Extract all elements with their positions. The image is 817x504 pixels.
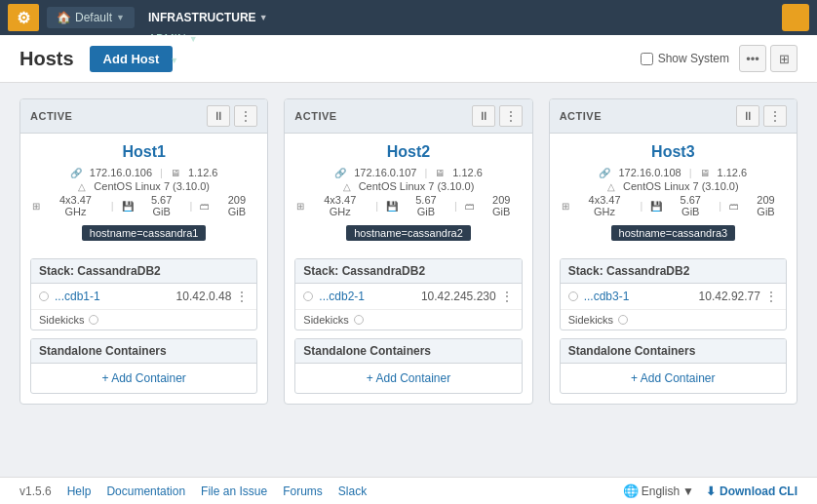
card-header-actions: ⏸ ⋮ — [472, 105, 523, 127]
sidekicks-label: Sidekicks — [39, 314, 84, 326]
host-os: CentOS Linux 7 (3.10.0) — [359, 180, 475, 192]
card-header: ACTIVE ⏸ ⋮ — [285, 99, 531, 134]
nav-home-button[interactable]: 🏠 Default ▼ — [47, 7, 135, 28]
nav-item-infrastructure[interactable]: INFRASTRUCTURE▼ — [138, 7, 278, 28]
language-label: English — [642, 485, 680, 498]
stack-item-ip: 10.42.245.230 — [421, 290, 496, 303]
memory-icon: 🗃 — [729, 201, 739, 212]
card-body: Host1 🔗 172.16.0.106 | 🖥 1.12.6 △ CentOS… — [20, 134, 267, 251]
download-cli-button[interactable]: ⬇ Download CLI — [706, 485, 798, 498]
disk-icon: 💾 — [386, 201, 398, 212]
nav-chevron-icon: ▼ — [170, 56, 178, 65]
footer: v1.5.6 Help Documentation File an Issue … — [0, 477, 817, 504]
host-meta: 🔗 172.16.0.107 | 🖥 1.12.6 △ CentOS Linux… — [296, 167, 520, 241]
add-container-button[interactable]: + Add Container — [31, 364, 256, 393]
host-version: 1.12.6 — [188, 167, 218, 178]
host-version: 1.12.6 — [718, 167, 748, 178]
hostname-badge: hostname=cassandra3 — [562, 219, 785, 241]
show-system-label[interactable]: Show System — [641, 52, 729, 65]
stack-item-name[interactable]: ...cdb2-1 — [319, 290, 421, 303]
main-content: ACTIVE ⏸ ⋮ Host1 🔗 172.16.0.106 | 🖥 1.12… — [0, 83, 817, 477]
memory-icon: 🗃 — [200, 201, 210, 212]
standalone-section: Standalone Containers + Add Container — [30, 338, 257, 394]
stack-item: ...cdb2-1 10.42.245.230 ⋮ — [295, 284, 521, 310]
home-icon: 🏠 — [57, 11, 71, 24]
nav-avatar[interactable] — [782, 4, 809, 31]
nav-logo: ⚙ — [8, 4, 39, 31]
documentation-link[interactable]: Documentation — [106, 485, 185, 498]
stack-item-name[interactable]: ...cdb3-1 — [584, 290, 699, 303]
slack-link[interactable]: Slack — [338, 485, 367, 498]
host-name[interactable]: Host2 — [296, 143, 520, 161]
meta-row-ip: 🔗 172.16.0.106 | 🖥 1.12.6 — [32, 167, 255, 178]
help-link[interactable]: Help — [67, 485, 92, 498]
add-container-button[interactable]: + Add Container — [561, 364, 786, 393]
sidekicks-row: Sidekicks — [295, 310, 521, 330]
os-icon: △ — [607, 181, 615, 192]
nav-item-catalog[interactable]: CATALOG▼ — [138, 0, 278, 7]
card-header: ACTIVE ⏸ ⋮ — [550, 99, 797, 134]
more-button[interactable]: ⋮ — [234, 105, 257, 127]
cpu-icon: ⊞ — [296, 201, 304, 212]
host-disk: 5.67 GiB — [670, 194, 711, 217]
stack-item-menu-button[interactable]: ⋮ — [235, 289, 249, 304]
host-ip: 172.16.0.106 — [90, 167, 152, 178]
stack-item-ip: 10.42.92.77 — [699, 290, 760, 303]
add-host-button[interactable]: Add Host — [90, 46, 174, 72]
file-issue-link[interactable]: File an Issue — [201, 485, 267, 498]
os-icon: △ — [78, 181, 86, 192]
link-icon: 🔗 — [599, 168, 610, 178]
stack-item-menu-button[interactable]: ⋮ — [764, 289, 778, 304]
version-icon: 🖥 — [700, 168, 710, 178]
sidekicks-label: Sidekicks — [568, 314, 613, 326]
status-badge: ACTIVE — [30, 110, 72, 122]
host-card-2: ACTIVE ⏸ ⋮ Host2 🔗 172.16.0.107 | 🖥 1.12… — [284, 98, 532, 405]
meta-row-specs: ⊞ 4x3.47 GHz | 💾 5.67 GiB | 🗃 209 GiB — [562, 194, 785, 217]
add-container-button[interactable]: + Add Container — [295, 364, 521, 393]
pause-button[interactable]: ⏸ — [736, 105, 759, 127]
top-nav: ⚙ 🏠 Default ▼ STACKS▼CATALOG▼INFRASTRUCT… — [0, 0, 817, 35]
stack-section: Stack: CassandraDB2 ...cdb3-1 10.42.92.7… — [560, 258, 787, 330]
host-name[interactable]: Host1 — [32, 143, 255, 161]
status-badge: ACTIVE — [560, 110, 602, 122]
pause-button[interactable]: ⏸ — [207, 105, 230, 127]
stack-item-menu-button[interactable]: ⋮ — [500, 289, 514, 304]
link-icon: 🔗 — [70, 168, 82, 178]
download-icon: ⬇ — [706, 485, 716, 498]
version-icon: 🖥 — [435, 168, 445, 178]
disk-icon: 💾 — [122, 201, 134, 212]
meta-row-os: △ CentOS Linux 7 (3.10.0) — [562, 180, 785, 192]
pause-button[interactable]: ⏸ — [472, 105, 495, 127]
stack-item-ip: 10.42.0.48 — [176, 290, 232, 303]
standalone-header: Standalone Containers — [31, 339, 256, 364]
meta-row-ip: 🔗 172.16.0.107 | 🖥 1.12.6 — [296, 167, 520, 178]
meta-row-specs: ⊞ 4x3.47 GHz | 💾 5.67 GiB | 🗃 209 GiB — [32, 194, 255, 217]
nav-label: INFRASTRUCTURE — [148, 11, 256, 24]
card-header: ACTIVE ⏸ ⋮ — [20, 99, 267, 134]
status-dot — [303, 291, 313, 301]
meta-row-ip: 🔗 172.16.0.108 | 🖥 1.12.6 — [562, 167, 785, 178]
footer-right: 🌐 English ▼ ⬇ Download CLI — [623, 484, 798, 498]
forums-link[interactable]: Forums — [283, 485, 323, 498]
status-dot — [568, 291, 578, 301]
host-name[interactable]: Host3 — [562, 143, 785, 161]
cpu-icon: ⊞ — [562, 201, 569, 212]
show-system-checkbox[interactable] — [641, 53, 653, 65]
meta-row-specs: ⊞ 4x3.47 GHz | 💾 5.67 GiB | 🗃 209 GiB — [296, 194, 520, 217]
stack-item-name[interactable]: ...cdb1-1 — [55, 290, 176, 303]
language-selector[interactable]: 🌐 English ▼ — [623, 484, 694, 498]
standalone-section: Standalone Containers + Add Container — [294, 338, 522, 394]
version-label: v1.5.6 — [19, 485, 52, 498]
card-header-actions: ⏸ ⋮ — [736, 105, 787, 127]
page-title: Hosts — [19, 48, 74, 70]
cpu-icon: ⊞ — [32, 201, 40, 212]
more-button[interactable]: ⋮ — [763, 105, 787, 127]
more-options-button[interactable]: ••• — [739, 45, 766, 72]
logo-icon: ⚙ — [17, 9, 30, 27]
host-memory: 209 GiB — [217, 194, 255, 217]
more-button[interactable]: ⋮ — [499, 105, 523, 127]
home-chevron-icon: ▼ — [116, 13, 125, 22]
link-icon: 🔗 — [334, 168, 346, 178]
host-disk: 5.67 GiB — [406, 194, 447, 217]
grid-view-button[interactable]: ⊞ — [770, 45, 798, 72]
